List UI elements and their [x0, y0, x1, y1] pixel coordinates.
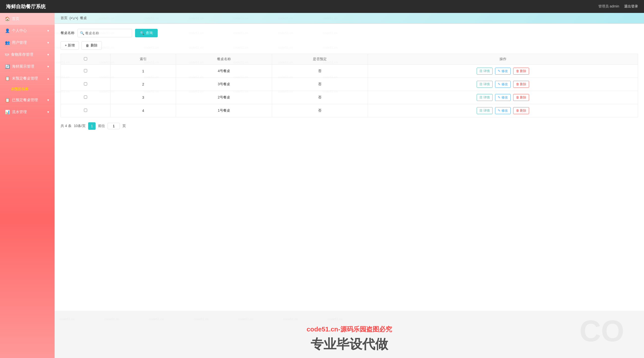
row-select-checkbox[interactable]: [84, 109, 87, 112]
sidebar-label-flow-mgmt: 流水管理: [12, 110, 27, 114]
chevron-down-icon-2: ▼: [47, 41, 50, 45]
page-content: code51.cncode51.cncode51.cncode51.cncode…: [54, 24, 644, 311]
reserved-icon: 📋: [5, 98, 10, 102]
table-row: 2 3号餐桌 否 目 详情 ✎ 修改 🗑 删除: [61, 78, 638, 91]
chevron-down-icon-5: ▼: [47, 98, 50, 102]
app-title: 海鲜自助餐厅系统: [6, 3, 46, 10]
flow-icon: 📊: [5, 110, 10, 114]
total-label: 共 4 条: [60, 124, 72, 128]
overlay-source-text: code51.cn-源码乐园盗图必究: [60, 325, 639, 334]
sidebar-label-food-stock: 食物库存管理: [11, 52, 33, 57]
search-icon: 🔍: [80, 31, 84, 35]
add-button[interactable]: + 新增: [60, 41, 79, 50]
data-table: 索引 餐桌名称 是否预定 操作 1 4号餐桌 否 目 详情 ✎ 修改: [60, 54, 638, 117]
row-checkbox: [61, 65, 110, 78]
sidebar-item-personal[interactable]: 👤 个人中心 ▼: [0, 25, 54, 37]
search-input[interactable]: [78, 29, 132, 37]
sidebar-item-flow-mgmt[interactable]: 📊 流水管理 ▼: [0, 106, 54, 118]
select-all-checkbox[interactable]: [84, 57, 87, 60]
chevron-down-icon-3: ▼: [47, 53, 50, 56]
row-reserved: 否: [272, 65, 368, 78]
sidebar-item-seafood-display[interactable]: 🔄 海鲜展示管理 ▼: [0, 61, 54, 73]
col-reserved: 是否预定: [272, 54, 368, 65]
row-table-name: 1号餐桌: [176, 104, 272, 117]
breadcrumb-home[interactable]: 首页: [60, 16, 68, 20]
logout-button[interactable]: 退出登录: [624, 4, 638, 9]
row-reserved: 否: [272, 78, 368, 91]
row-index: 2: [110, 78, 176, 91]
row-table-name: 4号餐桌: [176, 65, 272, 78]
content-area: 首页 (•'∪'•) 餐桌 code51.cncode51.cncode51.c…: [54, 13, 644, 358]
detail-icon: 目: [480, 95, 483, 99]
row-actions: 目 详情 ✎ 修改 🗑 删除: [368, 91, 638, 104]
edit-button[interactable]: ✎ 修改: [495, 94, 511, 101]
users-icon: 👥: [5, 40, 10, 45]
table-row: 4 1号餐桌 否 目 详情 ✎ 修改 🗑 删除: [61, 104, 638, 117]
edit-button[interactable]: ✎ 修改: [495, 68, 511, 75]
row-select-checkbox[interactable]: [84, 69, 87, 72]
delete-row-button[interactable]: 🗑 删除: [513, 107, 529, 114]
breadcrumb-sep: (•'∪'•): [70, 16, 78, 20]
detail-button[interactable]: 目 详情: [477, 68, 493, 75]
row-checkbox: [61, 104, 110, 117]
page-1-button[interactable]: 1: [88, 122, 96, 130]
search-btn-icon: 🔍: [140, 31, 144, 35]
admin-label: 管理员 admin: [598, 4, 619, 9]
edit-button[interactable]: ✎ 修改: [495, 107, 511, 114]
edit-icon: ✎: [498, 82, 500, 86]
edit-icon: ✎: [498, 109, 500, 112]
sidebar-label-personal: 个人中心: [12, 28, 27, 33]
sidebar-item-user-mgmt[interactable]: 👥 用户管理 ▼: [0, 37, 54, 49]
detail-icon: 目: [480, 69, 483, 73]
delete-row-button[interactable]: 🗑 删除: [513, 81, 529, 88]
sidebar-label-user-mgmt: 用户管理: [12, 40, 27, 45]
sidebar-label-seafood-display: 海鲜展示管理: [12, 64, 34, 69]
per-page-label: 10条/页: [74, 124, 86, 128]
search-bar: 餐桌名称 🔍 🔍 查询: [60, 29, 638, 37]
search-input-wrap: 🔍: [78, 29, 132, 37]
page-goto-input[interactable]: [108, 123, 120, 129]
delete-row-button[interactable]: 🗑 删除: [513, 94, 529, 101]
chevron-up-icon: ▲: [47, 77, 50, 80]
sidebar-item-reserved-table[interactable]: 📋 已预定餐桌管理 ▼: [0, 94, 54, 106]
edit-button[interactable]: ✎ 修改: [495, 81, 511, 88]
col-name: 餐桌名称: [176, 54, 272, 65]
detail-button[interactable]: 目 详情: [477, 81, 493, 88]
sidebar-sublabel-unreserved-list: 未预定名座: [11, 87, 28, 91]
row-actions: 目 详情 ✎ 修改 🗑 删除: [368, 104, 638, 117]
batch-delete-button[interactable]: 🗑 删除: [82, 41, 102, 50]
sidebar-item-unreserved-table[interactable]: 📋 未预定餐桌管理 ▲: [0, 73, 54, 85]
del-icon: 🗑: [516, 109, 519, 112]
search-field-label: 餐桌名称: [60, 31, 74, 35]
row-select-checkbox[interactable]: [84, 95, 87, 99]
sidebar-subitem-unreserved-list[interactable]: 未预定名座: [0, 85, 54, 94]
row-reserved: 否: [272, 91, 368, 104]
chevron-down-icon: ▼: [47, 29, 50, 33]
sidebar: 🏠 首页 👤 个人中心 ▼ 👥 用户管理 ▼ 🍽 食物库存管理 ▼ 🔄 海鲜展示…: [0, 13, 54, 358]
breadcrumb-current: 餐桌: [80, 16, 87, 20]
col-checkbox: [61, 54, 110, 65]
chevron-down-icon-4: ▼: [47, 65, 50, 68]
table-body: 1 4号餐桌 否 目 详情 ✎ 修改 🗑 删除 2 3号餐桌 否 目 详情: [61, 65, 638, 117]
add-label: + 新增: [65, 43, 75, 48]
sidebar-item-home[interactable]: 🏠 首页: [0, 13, 54, 25]
sidebar-item-food-stock[interactable]: 🍽 食物库存管理 ▼: [0, 49, 54, 61]
table-icon: 📋: [5, 76, 10, 81]
personal-icon: 👤: [5, 28, 10, 33]
row-index: 4: [110, 104, 176, 117]
row-table-name: 3号餐桌: [176, 78, 272, 91]
search-button[interactable]: 🔍 查询: [135, 29, 158, 37]
delete-label: 删除: [90, 43, 98, 48]
detail-button[interactable]: 目 详情: [477, 107, 493, 114]
food-icon: 🍽: [5, 53, 9, 57]
delete-row-button[interactable]: 🗑 删除: [513, 68, 529, 75]
row-actions: 目 详情 ✎ 修改 🗑 删除: [368, 65, 638, 78]
row-index: 3: [110, 91, 176, 104]
page-1-label: 1: [91, 124, 93, 128]
home-icon: 🏠: [5, 17, 10, 21]
table-row: 1 4号餐桌 否 目 详情 ✎ 修改 🗑 删除: [61, 65, 638, 78]
detail-button[interactable]: 目 详情: [477, 94, 493, 101]
table-row: 3 2号餐桌 否 目 详情 ✎ 修改 🗑 删除: [61, 91, 638, 104]
row-select-checkbox[interactable]: [84, 82, 87, 86]
sidebar-label-unreserved-table: 未预定餐桌管理: [12, 76, 38, 81]
